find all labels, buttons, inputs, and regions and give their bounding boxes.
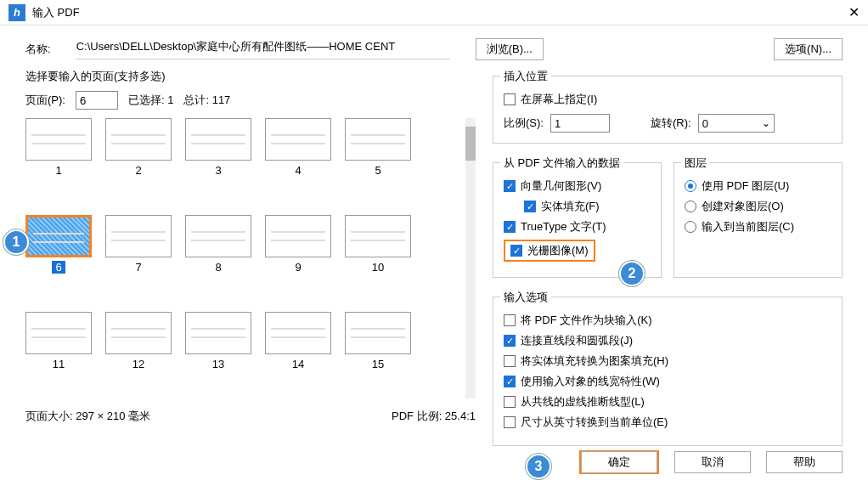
thumbnail-image xyxy=(265,118,331,161)
thumbnail-grid: 123456789101112131415 xyxy=(25,118,476,398)
window-title: 输入 PDF xyxy=(32,5,848,20)
usepdf-label: 使用 PDF 图层(U) xyxy=(702,178,789,194)
ok-button[interactable]: 确定 xyxy=(581,451,657,473)
thumbnail[interactable]: 12 xyxy=(105,312,172,398)
thumbnail[interactable]: 1 xyxy=(25,118,92,205)
thumbnail-label: 2 xyxy=(135,164,141,177)
thumbnail-label: 6 xyxy=(52,261,65,274)
browse-button[interactable]: 浏览(B)... xyxy=(476,38,544,60)
thumbnail-label: 4 xyxy=(295,164,301,177)
callout-3: 3 xyxy=(526,454,551,479)
solidfill-checkbox[interactable] xyxy=(524,201,536,212)
thumbnail-image xyxy=(345,312,411,354)
inferlt-checkbox[interactable] xyxy=(504,396,516,408)
thumbnail-label: 3 xyxy=(215,164,221,177)
thumbnail[interactable]: 15 xyxy=(345,312,411,398)
layers-legend: 图层 xyxy=(681,155,710,171)
close-icon[interactable]: ✕ xyxy=(848,4,860,20)
thumbnail[interactable]: 10 xyxy=(345,215,411,302)
truetype-checkbox[interactable] xyxy=(504,221,516,233)
thumbnail[interactable]: 5 xyxy=(345,118,411,205)
raster-checkbox[interactable] xyxy=(510,245,522,257)
thumbnail-label: 9 xyxy=(295,261,301,274)
thumbnail-label: 7 xyxy=(135,261,141,274)
help-button[interactable]: 帮助 xyxy=(766,451,843,473)
total-count: 总计: 117 xyxy=(183,93,230,108)
thumbnail-label: 13 xyxy=(212,358,224,370)
solidtohatch-checkbox[interactable] xyxy=(504,355,516,367)
thumbnail[interactable]: 8 xyxy=(185,215,251,302)
scrollbar-handle[interactable] xyxy=(465,127,476,161)
page-input[interactable] xyxy=(76,91,118,110)
thumbnail[interactable]: 4 xyxy=(265,118,331,205)
thumbnail-label: 10 xyxy=(372,261,384,274)
asblock-label: 将 PDF 文件作为块输入(K) xyxy=(521,313,652,328)
scale-input[interactable] xyxy=(550,114,610,133)
convunits-checkbox[interactable] xyxy=(504,416,516,428)
inputopt-legend: 输入选项 xyxy=(500,290,551,305)
thumbnail-image xyxy=(105,312,172,354)
raster-label: 光栅图像(M) xyxy=(527,243,589,258)
convunits-label: 尺寸从英寸转换到当前单位(E) xyxy=(521,415,668,430)
thumbnail-image xyxy=(25,312,92,354)
cancel-button[interactable]: 取消 xyxy=(674,451,751,473)
rotation-label: 旋转(R): xyxy=(651,116,691,131)
input-options-group: 输入选项 将 PDF 文件作为块输入(K) 连接直线段和圆弧段(J) 将实体填充… xyxy=(493,297,843,446)
select-pages-label: 选择要输入的页面(支持多选) xyxy=(25,69,476,84)
callout-2: 2 xyxy=(619,261,645,286)
scrollbar[interactable] xyxy=(465,118,476,398)
thumbnail-image xyxy=(25,118,92,161)
truetype-label: TrueType 文字(T) xyxy=(521,219,606,235)
thumbnail[interactable]: 9 xyxy=(265,215,331,302)
insert-position-group: 插入位置 在屏幕上指定(I) 比例(S): 旋转(R): 0 xyxy=(493,76,843,144)
onscreen-checkbox[interactable] xyxy=(504,93,516,105)
thumbnail-label: 1 xyxy=(55,164,61,177)
selected-count: 已选择: 1 xyxy=(128,93,173,108)
uselw-label: 使用输入对象的线宽特性(W) xyxy=(521,374,660,389)
createobj-radio[interactable] xyxy=(685,201,696,212)
pdf-scale-label: PDF 比例: 25.4:1 xyxy=(392,409,476,424)
name-label: 名称: xyxy=(25,42,51,57)
thumbnail-label: 12 xyxy=(132,358,144,370)
solidtohatch-label: 将实体填充转换为图案填充(H) xyxy=(521,353,668,369)
solidfill-label: 实体填充(F) xyxy=(541,199,600,214)
tocurrent-radio[interactable] xyxy=(685,221,696,233)
thumbnail-label: 8 xyxy=(215,261,221,274)
joinarcs-checkbox[interactable] xyxy=(504,335,516,347)
thumbnail-label: 11 xyxy=(53,358,65,370)
thumbnail-image xyxy=(105,215,172,257)
thumbnail[interactable]: 3 xyxy=(185,118,251,205)
asblock-checkbox[interactable] xyxy=(504,314,516,326)
pdf-data-group: 从 PDF 文件输入的数据 向量几何图形(V) 实体填充(F) TrueType… xyxy=(493,162,662,278)
thumbnail-image xyxy=(25,215,92,257)
thumbnail-label: 5 xyxy=(375,164,380,177)
insert-legend: 插入位置 xyxy=(500,69,551,84)
scale-label: 比例(S): xyxy=(504,116,544,131)
thumbnail[interactable]: 11 xyxy=(25,312,92,398)
vector-label: 向量几何图形(V) xyxy=(521,178,601,194)
thumbnail-image xyxy=(265,312,331,354)
thumbnail[interactable]: 2 xyxy=(105,118,172,205)
options-button[interactable]: 选项(N)... xyxy=(774,38,843,60)
thumbnail[interactable]: 14 xyxy=(265,312,331,398)
rotation-select[interactable]: 0 xyxy=(698,114,775,133)
page-label: 页面(P): xyxy=(25,93,65,108)
thumbnail[interactable]: 7 xyxy=(105,215,172,302)
thumbnail-image xyxy=(345,215,411,257)
uselw-checkbox[interactable] xyxy=(504,376,516,387)
callout-1: 1 xyxy=(3,229,29,255)
path-input[interactable]: C:\Users\DELL\Desktop\家庭中心所有配件图纸――HOME C… xyxy=(76,39,450,59)
ok-highlight: 确定 xyxy=(579,450,659,474)
joinarcs-label: 连接直线段和圆弧段(J) xyxy=(521,333,633,348)
thumbnail-image xyxy=(185,312,251,354)
thumbnail[interactable]: 6 xyxy=(25,215,92,302)
layers-group: 图层 使用 PDF 图层(U) 创建对象图层(O) 输入到当前图层(C) xyxy=(674,162,843,278)
thumbnail-image xyxy=(185,118,251,161)
thumbnail-image xyxy=(265,215,331,257)
createobj-label: 创建对象图层(O) xyxy=(702,199,784,214)
thumbnail-label: 14 xyxy=(292,358,304,370)
inferlt-label: 从共线的虚线推断线型(L) xyxy=(521,394,645,410)
usepdf-radio[interactable] xyxy=(685,180,696,192)
thumbnail[interactable]: 13 xyxy=(185,312,251,398)
vector-checkbox[interactable] xyxy=(504,180,516,192)
